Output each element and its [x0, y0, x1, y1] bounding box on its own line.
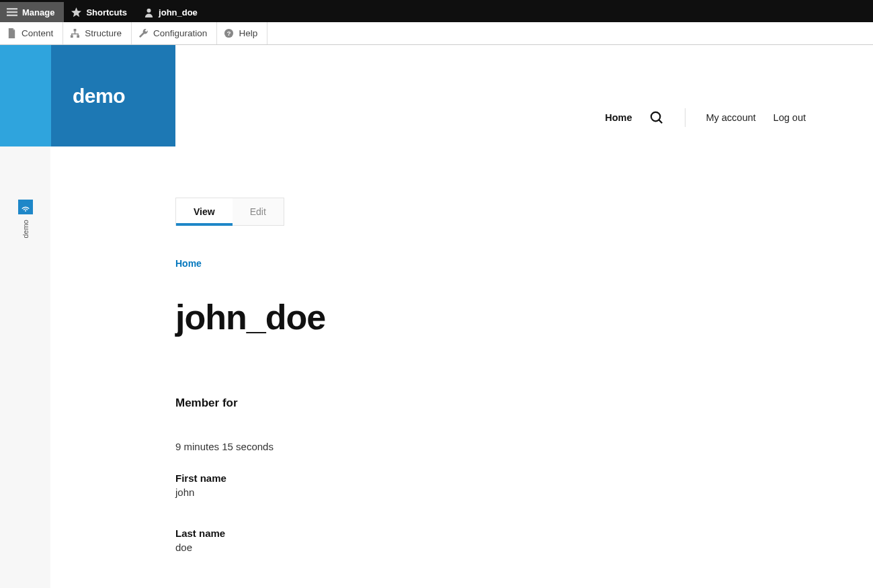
- user-label: john_doe: [159, 7, 198, 17]
- help-menu[interactable]: ? Help: [217, 22, 267, 44]
- shortcuts-tab[interactable]: Shortcuts: [64, 2, 136, 22]
- person-icon: [143, 7, 154, 17]
- tab-edit[interactable]: Edit: [233, 198, 284, 225]
- last-name-value: doe: [175, 542, 792, 553]
- nav-home[interactable]: Home: [605, 112, 632, 123]
- svg-point-11: [651, 112, 660, 120]
- first-name-label: First name: [175, 472, 792, 484]
- svg-rect-6: [71, 35, 73, 38]
- admin-subtoolbar: Content Structure Configuration ? Help: [0, 22, 873, 45]
- svg-line-12: [659, 120, 663, 123]
- search-icon[interactable]: [649, 110, 665, 126]
- svg-rect-5: [74, 29, 77, 32]
- top-navigation: Home My account Log out: [605, 108, 806, 127]
- wrench-icon: [138, 28, 149, 38]
- nav-my-account[interactable]: My account: [706, 112, 755, 123]
- main-column: demo Home My account Log out View Edit H…: [50, 45, 873, 588]
- configuration-label: Configuration: [153, 28, 207, 38]
- last-name-label: Last name: [175, 528, 792, 539]
- hamburger-icon: [7, 7, 17, 17]
- wifi-icon: [18, 200, 33, 214]
- svg-rect-1: [7, 11, 17, 13]
- svg-rect-2: [7, 15, 17, 16]
- tab-view[interactable]: View: [176, 198, 233, 225]
- help-icon: ?: [224, 28, 234, 38]
- structure-icon: [70, 28, 80, 38]
- nav-divider: [685, 108, 685, 127]
- user-tab[interactable]: john_doe: [136, 2, 207, 22]
- nav-log-out[interactable]: Log out: [774, 112, 806, 123]
- svg-text:?: ?: [227, 30, 231, 37]
- content-label: Content: [22, 28, 53, 38]
- help-label: Help: [239, 28, 257, 38]
- svg-marker-3: [71, 7, 81, 17]
- page-title: john_doe: [175, 297, 792, 337]
- site-logo-text: demo: [73, 85, 125, 108]
- page-icon: [7, 28, 17, 38]
- shortcuts-label: Shortcuts: [86, 7, 127, 17]
- member-for-label: Member for: [175, 396, 792, 410]
- sidebar-tab-label: demo: [22, 220, 30, 239]
- configuration-menu[interactable]: Configuration: [132, 22, 217, 44]
- svg-point-4: [147, 8, 151, 12]
- content-region: View Edit Home john_doe Member for 9 min…: [175, 198, 792, 553]
- structure-menu[interactable]: Structure: [63, 22, 132, 44]
- first-name-value: john: [175, 487, 792, 498]
- manage-label: Manage: [22, 7, 54, 17]
- manage-tab[interactable]: Manage: [0, 2, 64, 22]
- breadcrumb-home[interactable]: Home: [175, 258, 792, 269]
- svg-point-10: [24, 210, 26, 212]
- content-menu[interactable]: Content: [0, 22, 63, 44]
- structure-label: Structure: [85, 28, 122, 38]
- site-logo-block[interactable]: demo: [0, 45, 175, 146]
- sidebar-tab-demo[interactable]: demo: [18, 200, 33, 239]
- profile-fields: Member for 9 minutes 15 seconds First na…: [175, 396, 792, 553]
- svg-rect-0: [7, 8, 17, 9]
- star-icon: [71, 7, 81, 17]
- admin-toolbar: Manage Shortcuts john_doe: [0, 0, 873, 22]
- member-for-value: 9 minutes 15 seconds: [175, 441, 792, 452]
- svg-rect-7: [77, 35, 80, 38]
- primary-tabs: View Edit: [175, 198, 284, 226]
